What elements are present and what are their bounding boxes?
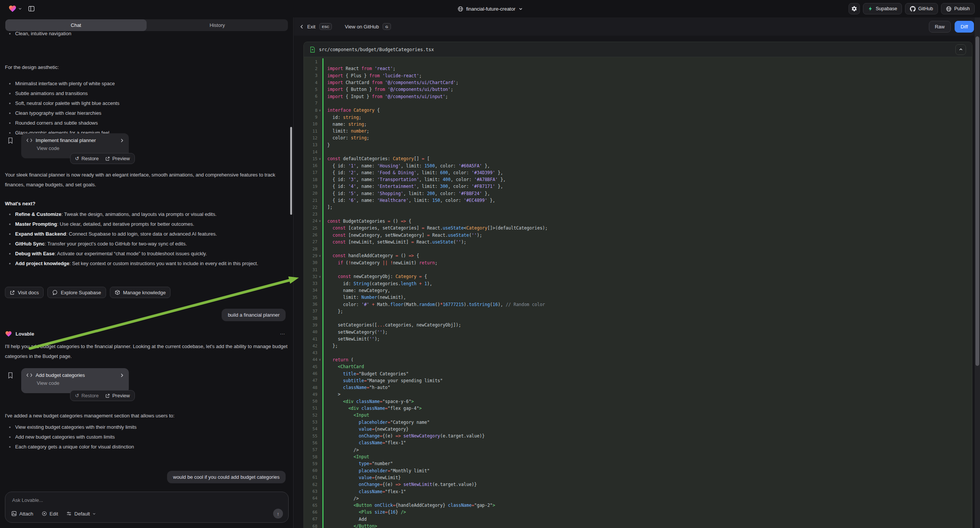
lovable-logo-menu[interactable] [8,5,22,13]
manage-knowledge-label: Manage knowledge [123,290,166,296]
code-scrollbar-track [975,17,980,528]
list-item: Debug with Ease: Activate our experiment… [15,249,288,259]
user-message-2: would be cool if you could add budget ca… [167,471,286,483]
mode-select[interactable]: Default [66,511,96,517]
sliders-icon [66,511,72,516]
bookmark-icon[interactable] [8,372,13,379]
added-paragraph: I've added a new budget categories manag… [5,411,288,421]
restore-button[interactable]: ↺ Restore [75,393,99,398]
code-line: 24∨const BudgetCategories = () => { [304,218,972,224]
code-line: 21 { id: '6', name: 'Healthcare', limit:… [304,197,972,204]
whats-next-list: Refine & Customize: Tweak the design, an… [5,210,288,269]
diff-toggle-button[interactable]: Diff [955,21,974,33]
send-button[interactable]: ↑ [273,509,283,518]
globe-icon [946,6,951,12]
code-line: 27 const [newLimit, setNewLimit] = React… [304,239,972,245]
code-line: 11 limit: number; [304,128,972,134]
code-line: 39 setCategories([...categories, newCate… [304,321,972,328]
code-line: 4import ChartCard from '@/components/ui/… [304,79,972,86]
code-line: 31 [304,266,972,273]
code-line: 34 name: newCategory, [304,287,972,294]
list-item: Add project knowledge: Set key context o… [15,259,288,269]
sidebar-toggle-icon[interactable] [26,3,37,14]
code-line: 43 [304,349,972,356]
image-icon [11,511,17,516]
supabase-button[interactable]: Supabase [863,3,902,14]
code-line: 8∨interface Category { [304,107,972,114]
preview-label: Preview [112,156,130,161]
preview-button[interactable]: Preview [105,393,130,398]
code-line: 18 { id: '3', name: 'Transportation', li… [304,176,972,183]
publish-button[interactable]: Publish [941,3,975,14]
code-line: 65 <Button onClick={handleAddCategory} c… [304,502,972,509]
attach-label: Attach [19,511,33,517]
restore-preview-toolbar: ↺ Restore Preview [70,390,135,401]
code-line: 3import { Plus } from 'lucide-react'; [304,72,972,79]
explore-supabase-button[interactable]: Explore Supabase [47,287,106,298]
code-line: 26 const [newCategory, setNewCategory] =… [304,231,972,238]
view-code-link[interactable]: View code [37,380,124,386]
code-line: 52 <Input [304,412,972,418]
code-line: 53 placeholder="Category name" [304,418,972,425]
code-line: 62 onChange={(e) => setNewLimit(e.target… [304,481,972,488]
code-line: 5import { Button } from '@/components/ui… [304,86,972,93]
code-panel: Exit ESC View on GitHub G Raw Diff src/c… [294,17,980,528]
lovable-heart-icon [5,330,12,337]
file-path: src/components/budget/BudgetCategories.t… [319,47,434,52]
user-message-1: build a financial planner [222,309,286,321]
code-line: 63 className="flex-1" [304,488,972,495]
version-card-add-budget-categories[interactable]: Add budget categories View code [21,368,129,393]
bookmark-icon[interactable] [8,137,13,144]
preview-label: Preview [112,393,130,398]
code-editor[interactable]: 12import React from 'react';3import { Pl… [304,57,972,528]
visit-docs-button[interactable]: Visit docs [5,287,44,298]
chat-panel: Chat History Clean, intuitive navigation… [0,17,294,528]
chevron-right-icon [121,373,124,378]
code-line: 7 [304,100,972,107]
manage-knowledge-button[interactable]: Manage knowledge [110,287,171,298]
code-line: 68 </Button> [304,523,972,528]
preview-button[interactable]: Preview [105,156,130,161]
code-line: 22]; [304,204,972,211]
chat-input[interactable] [12,497,282,503]
arrow-up-icon: ↑ [277,511,280,517]
github-button[interactable]: GitHub [905,3,938,14]
code-line: 45 <ChartCard [304,363,972,370]
supabase-label: Supabase [876,6,897,11]
list-item: Expand with Backend: Connect Supabase to… [15,229,288,239]
code-line: 14 [304,148,972,155]
back-chevron-icon[interactable] [300,24,304,29]
external-link-icon [10,290,15,295]
restore-label: Restore [81,393,99,398]
view-on-github-button[interactable]: View on GitHub [345,24,379,30]
code-line: 56 className="flex-1" [304,439,972,446]
restore-button[interactable]: ↺ Restore [75,156,99,161]
message-menu-icon[interactable]: ⋯ [280,331,286,337]
code-scrollbar-thumb[interactable] [975,37,979,366]
chat-scrollbar[interactable] [290,127,292,215]
supabase-icon [868,6,873,11]
code-lines: 12import React from 'react';3import { Pl… [304,58,972,528]
file-header[interactable]: src/components/budget/BudgetCategories.t… [304,42,972,57]
ready-paragraph: Your sleek financial planner is now read… [5,170,288,190]
project-selector[interactable]: financial-future-creator [457,0,522,17]
code-line: 48 className="h-auto" [304,384,972,391]
code-line: 40 setNewCategory(''); [304,329,972,336]
list-item: Rounded corners and subtle shadows [15,118,288,128]
code-line: 12 color: string; [304,134,972,141]
attach-button[interactable]: Attach [11,511,33,517]
restore-icon: ↺ [75,156,79,161]
code-line: 2import React from 'react'; [304,65,972,72]
file-icon [310,46,315,52]
view-code-link[interactable]: View code [37,145,124,151]
chevron-down-icon [519,7,523,11]
app-root: financial-future-creator Supabase [0,0,980,528]
collapse-file-button[interactable] [955,44,966,55]
settings-button[interactable] [848,3,860,14]
exit-button[interactable]: Exit [307,24,315,30]
code-topbar: Exit ESC View on GitHub G Raw Diff [294,17,980,36]
package-icon [115,290,120,295]
list-item: Each category gets a unique color for vi… [15,442,288,452]
edit-button[interactable]: Edit [42,511,58,517]
raw-toggle-button[interactable]: Raw [929,21,951,33]
